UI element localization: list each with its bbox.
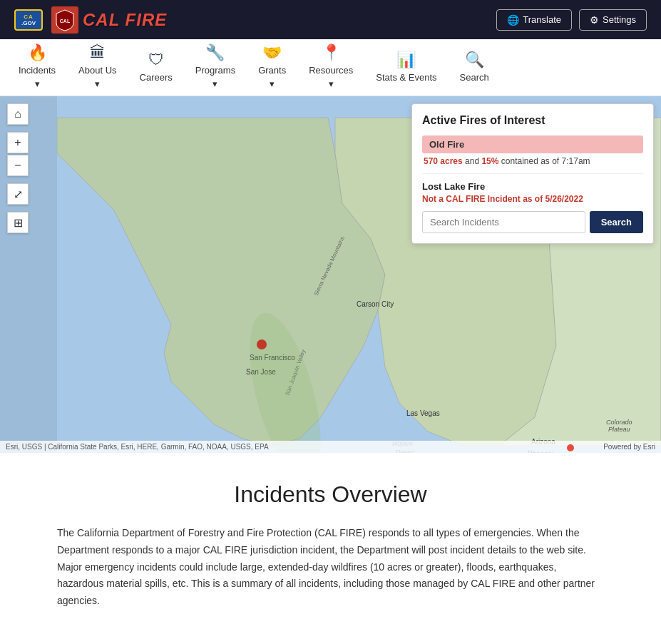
fire-marker-az1 [567, 444, 574, 451]
nav-item-about[interactable]: 🏛 About Us▾ [67, 39, 128, 96]
zoom-in-icon: + [14, 136, 21, 149]
incidents-search-row: Search [422, 211, 643, 233]
search-icon: 🔍 [465, 51, 484, 69]
nav-item-careers[interactable]: 🛡 Careers [128, 39, 184, 96]
nav-item-programs[interactable]: 🔧 Programs▾ [184, 39, 247, 96]
map-zoom-in-button[interactable]: + [7, 132, 29, 153]
page-title: Incidents Overview [57, 481, 604, 508]
map-zoom-out-button[interactable]: − [7, 155, 29, 176]
map-attribution: Esri, USGS | California State Parks, Esr… [0, 441, 661, 453]
fire-item-old-name: Old Fire [422, 136, 643, 153]
fire-divider [422, 173, 643, 174]
layers-icon: ⊞ [14, 216, 23, 230]
fire-marker-old-fire [257, 339, 267, 349]
attribution-left: Esri, USGS | California State Parks, Esr… [6, 443, 269, 451]
nav-item-resources[interactable]: 📍 Resources▾ [297, 39, 364, 96]
fire-item2-status: Not a CAL FIRE Incident as of 5/26/2022 [422, 194, 643, 204]
fire-item-lost-lake: Lost Lake Fire Not a CAL FIRE Incident a… [422, 181, 643, 204]
fire-contained-text: and [465, 156, 481, 166]
stats-icon: 📊 [396, 51, 416, 69]
zoom-out-icon: − [14, 159, 21, 172]
map-home-button[interactable]: ⌂ [7, 103, 29, 125]
fire-item-old-detail: 570 acres and 15% contained as of 7:17am [422, 156, 643, 166]
attribution-right: Powered by Esri [603, 443, 655, 451]
map-container: Carson City San Francisco San Jose Las V… [0, 96, 661, 453]
fires-panel-title: Active Fires of Interest [422, 114, 643, 127]
grants-icon: 🤝 [262, 44, 282, 62]
resources-icon: 📍 [322, 44, 341, 62]
nav-item-search[interactable]: 🔍 Search [449, 39, 501, 96]
page-description: The California Department of Forestry an… [57, 525, 604, 610]
careers-icon: 🛡 [148, 51, 164, 69]
map-layers-button[interactable]: ⊞ [7, 212, 29, 233]
logo-area: CA .GOV CAL CAL FIRE [14, 6, 167, 34]
nav-item-incidents[interactable]: 🔥 Incidents▾ [7, 39, 67, 96]
calfire-brand-text: CAL FIRE [83, 10, 167, 30]
svg-text:Plateau: Plateau [608, 426, 630, 433]
main-navigation: 🔥 Incidents▾ 🏛 About Us▾ 🛡 Careers 🔧 Pro… [0, 39, 661, 96]
about-icon: 🏛 [90, 44, 106, 62]
fire2-date: 5/26/2022 [545, 194, 583, 204]
search-incidents-input[interactable] [422, 211, 585, 233]
svg-text:CAL: CAL [60, 19, 71, 24]
fire-contained-pct: 15% [481, 156, 498, 166]
incidents-icon: 🔥 [28, 44, 47, 62]
search-incidents-button[interactable]: Search [590, 211, 643, 233]
svg-text:Las Vegas: Las Vegas [406, 409, 440, 417]
fire-time-text: contained as of [501, 156, 562, 166]
home-icon: ⌂ [14, 108, 21, 121]
globe-icon [507, 14, 519, 26]
fire-acres: 570 acres [424, 156, 463, 166]
calfire-shield-icon: CAL [51, 6, 78, 34]
gear-icon [590, 14, 599, 26]
programs-icon: 🔧 [205, 44, 225, 62]
main-content: Incidents Overview The California Depart… [0, 453, 661, 638]
fullscreen-icon: ⤢ [14, 188, 23, 201]
settings-button[interactable]: Settings [579, 9, 647, 31]
fire-item-old: Old Fire 570 acres and 15% contained as … [422, 136, 643, 166]
map-controls: ⌂ + − ⤢ ⊞ [7, 103, 29, 233]
fire2-date-preposition: as of [523, 194, 545, 204]
nav-item-stats[interactable]: 📊 Stats & Events [364, 39, 448, 96]
calfire-logo: CAL CAL FIRE [51, 6, 167, 34]
fire2-status-text: Not a CAL FIRE Incident [422, 194, 521, 204]
svg-text:Colorado: Colorado [606, 419, 632, 426]
translate-button[interactable]: Translate [496, 9, 572, 31]
map-fullscreen-button[interactable]: ⤢ [7, 183, 29, 205]
svg-text:Carson City: Carson City [357, 300, 394, 308]
ca-gov-logo: CA .GOV [14, 9, 43, 31]
top-header: CA .GOV CAL CAL FIRE Translate Settings [0, 0, 661, 39]
fire-item2-name: Lost Lake Fire [422, 181, 643, 192]
header-buttons: Translate Settings [496, 9, 647, 31]
fires-panel: Active Fires of Interest Old Fire 570 ac… [411, 103, 654, 244]
nav-item-grants[interactable]: 🤝 Grants▾ [247, 39, 297, 96]
fire-time: 7:17am [562, 156, 590, 166]
